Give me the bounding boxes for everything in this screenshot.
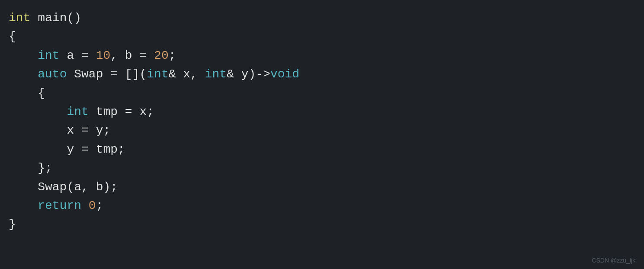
code-token: int: [38, 49, 59, 62]
code-line: return 0;: [9, 196, 644, 215]
code-token: [9, 49, 38, 62]
code-line: {: [9, 27, 644, 46]
code-token: tmp = x;: [89, 105, 154, 118]
code-token: {: [9, 86, 45, 100]
code-line: int main(): [9, 9, 644, 27]
code-token: & y)->: [227, 67, 270, 81]
code-token: [9, 67, 38, 81]
code-line: y = tmp;: [9, 140, 644, 159]
code-token: , b =: [110, 49, 154, 62]
code-content: int main(){ int a = 10, b = 20; auto Swa…: [9, 9, 644, 234]
code-token: [9, 199, 38, 212]
code-line: x = y;: [9, 121, 644, 140]
code-line: };: [9, 159, 644, 177]
code-line: int tmp = x;: [9, 102, 644, 121]
code-token: int: [205, 67, 227, 81]
code-token: auto: [38, 67, 67, 81]
code-token: main(): [30, 11, 81, 25]
code-line: int a = 10, b = 20;: [9, 46, 644, 65]
code-token: Swap(a, b);: [9, 180, 118, 194]
watermark: CSDN @zzu_ljk: [592, 257, 635, 264]
code-line: auto Swap = [](int& x, int& y)->void: [9, 65, 644, 83]
code-token: y = tmp;: [9, 143, 125, 156]
code-token: 10: [96, 49, 111, 62]
code-line: {: [9, 84, 644, 102]
code-token: return: [38, 199, 81, 212]
code-token: a =: [60, 49, 96, 62]
code-token: int: [147, 67, 168, 81]
code-editor: int main(){ int a = 10, b = 20; auto Swa…: [0, 0, 644, 269]
code-line: Swap(a, b);: [9, 178, 644, 196]
code-token: ;: [96, 199, 103, 212]
code-token: };: [9, 161, 52, 175]
code-token: x = y;: [9, 124, 110, 137]
code-token: ;: [169, 49, 176, 62]
code-token: [9, 105, 67, 118]
code-token: int: [9, 11, 30, 25]
code-line: }: [9, 215, 644, 234]
code-token: }: [9, 218, 16, 231]
code-token: int: [67, 105, 88, 118]
code-token: Swap = [](: [67, 67, 147, 81]
code-token: [81, 199, 89, 212]
code-token: & x,: [169, 67, 205, 81]
code-token: {: [9, 30, 16, 43]
code-token: 20: [154, 49, 169, 62]
code-token: void: [270, 67, 299, 81]
code-token: 0: [89, 199, 96, 212]
